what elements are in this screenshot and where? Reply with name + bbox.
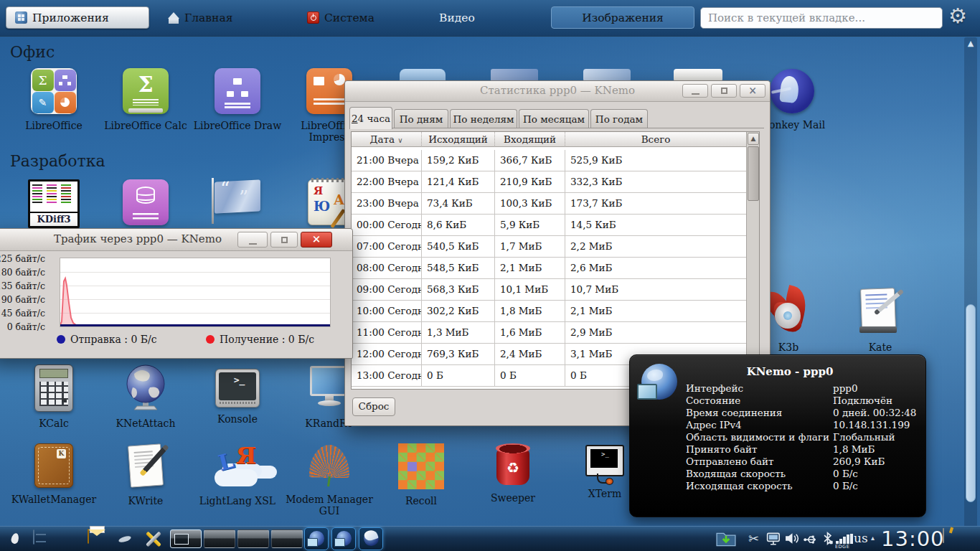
search-input[interactable]: [700, 7, 943, 29]
table-row[interactable]: 22:00 Вчера 121,4 КиБ 210,9 КиБ 332,3 Ки…: [352, 171, 746, 193]
desktop-icon-knetattach[interactable]: KNetAttach: [100, 363, 192, 429]
desktop-icon-kwalletmanager[interactable]: K KWalletManager: [8, 443, 100, 505]
network-tray-icon[interactable]: [766, 532, 782, 549]
table-scrollbar-thumb[interactable]: [748, 146, 759, 201]
tab-years[interactable]: По годам: [590, 109, 648, 128]
reset-button[interactable]: Сброс: [352, 397, 395, 416]
desktop-icon-kate[interactable]: Kate: [834, 287, 926, 353]
panel-tab-video[interactable]: Видео: [430, 6, 484, 29]
panel-tab-images[interactable]: Изображения: [551, 6, 694, 29]
desktop-icon-modem-manager[interactable]: Modem Manager GUI: [283, 443, 375, 517]
pie-glyph: [60, 98, 70, 107]
panel-tab-home[interactable]: Главная: [159, 6, 241, 29]
task-button-knemo-traffic[interactable]: [304, 527, 329, 550]
desktop-scrollbar[interactable]: ▲ ▼: [964, 37, 977, 544]
clock[interactable]: 13:00: [881, 527, 945, 551]
panel-tab-label: Видео: [439, 11, 475, 24]
maximize-button[interactable]: [711, 84, 737, 98]
tray-expand-icon[interactable]: ▴: [871, 534, 875, 542]
desktop-icon-libreoffice[interactable]: Σ ✎ LibreOffice: [8, 68, 100, 131]
table-row[interactable]: 10:00 Сегодня 302,2 КиБ 1,8 МиБ 2,1 МиБ: [352, 301, 746, 322]
desktop-icon-libreoffice-calc[interactable]: Σ LibreOffice Calc: [100, 68, 192, 131]
lightlang-icon: L Я: [212, 442, 263, 489]
mouse-glyph: [606, 478, 613, 485]
lines-glyph: [133, 213, 159, 220]
desktop-icon-kdiff3[interactable]: KDiff3: [8, 179, 100, 231]
icon-label: KNetAttach: [100, 418, 192, 429]
cabinet-icon: [33, 529, 34, 545]
maximize-button[interactable]: [270, 232, 298, 248]
table-row[interactable]: 11:00 Сегодня 1,3 МиБ 1,6 МиБ 2,9 МиБ: [352, 322, 746, 344]
desktop-icon-kcalc[interactable]: KCalc: [8, 364, 100, 429]
desktop-icon-recoll[interactable]: Recoll: [375, 443, 467, 507]
panel-tab-applications[interactable]: Приложения: [6, 6, 149, 29]
terminal-screen: >_: [219, 372, 256, 400]
desktop-icon-konsole[interactable]: >_ Konsole: [192, 369, 283, 425]
signal-strength-icon[interactable]: [836, 534, 853, 544]
klipper-tray-icon[interactable]: ✂: [748, 531, 759, 546]
pager-desktop-3[interactable]: [237, 529, 269, 548]
file-manager-icon[interactable]: [33, 530, 34, 544]
cell-total: 173,7 КиБ: [565, 193, 746, 214]
table-row[interactable]: 23:00 Вчера 73,4 КиБ 100,3 КиБ 173,7 КиБ: [352, 193, 746, 215]
gear-icon[interactable]: ⚙: [948, 4, 967, 28]
desktop-icon-lightlang[interactable]: L Я LightLang XSL: [192, 442, 283, 507]
desktop-icon-flag-app[interactable]: “ ”: [192, 178, 283, 228]
volume-tray-icon[interactable]: [785, 532, 800, 547]
tooltip-title: KNemo - ppp0: [700, 365, 880, 378]
column-header-outgoing[interactable]: Исходящий: [422, 132, 495, 147]
column-header-incoming[interactable]: Входящий: [495, 132, 565, 147]
desktop-scrollbar-thumb[interactable]: [966, 304, 976, 502]
stats-titlebar[interactable]: Статистика ppp0 — KNemo ×: [345, 81, 770, 102]
scroll-up-icon[interactable]: ▲: [964, 39, 977, 48]
table-row[interactable]: 07:00 Сегодня 540,5 КиБ 1,7 МиБ 2,2 МиБ: [352, 236, 746, 258]
tab-months[interactable]: По месяцам: [519, 109, 589, 128]
monkey-mail-icon: [770, 69, 814, 113]
usb-tray-icon[interactable]: [803, 531, 819, 549]
minimize-button[interactable]: [237, 232, 268, 248]
tooltip-row: Область видимости и флагиГлобальный: [686, 431, 920, 443]
tooltip-label: Отправлено байт: [686, 456, 773, 467]
table-scrollbar[interactable]: ▲ ▼: [746, 132, 759, 389]
task-button-bird-app[interactable]: [359, 527, 383, 550]
sigma-glyph: Σ: [123, 72, 169, 97]
wallet-badge: K: [57, 449, 66, 458]
pager-desktop-2[interactable]: [204, 529, 235, 548]
traffic-titlebar[interactable]: Трафик через ppp0 — KNemo ×: [0, 229, 352, 251]
table-row[interactable]: 09:00 Сегодня 568,3 КиБ 10,1 МиБ 10,7 Ми…: [352, 279, 746, 301]
desktop-icon-libreoffice-draw[interactable]: LibreOffice Draw: [192, 68, 283, 131]
tab-days[interactable]: По дням: [394, 109, 448, 128]
book-base: [859, 326, 897, 333]
column-header-total[interactable]: Всего: [565, 132, 746, 147]
desktop-icon-kwrite[interactable]: KWrite: [100, 442, 192, 507]
column-header-date[interactable]: Дата ∨: [352, 132, 422, 147]
y-axis-label: 0 байт/с: [0, 321, 45, 332]
table-row[interactable]: 08:00 Сегодня 548,5 КиБ 2,1 МиБ 2,6 МиБ: [352, 258, 746, 279]
close-button[interactable]: ×: [301, 232, 332, 248]
kcalc-icon: [34, 364, 73, 412]
section-heading-development: Разработка: [10, 152, 105, 170]
close-button[interactable]: ×: [740, 84, 765, 98]
scroll-up-icon[interactable]: ▲: [748, 133, 759, 145]
desktop-icon-sweeper[interactable]: ♻ Sweeper: [467, 441, 559, 504]
pager-desktop-4[interactable]: [271, 529, 303, 548]
downloads-tray-icon[interactable]: [716, 530, 736, 550]
flower-stem: [327, 476, 331, 486]
bluetooth-tray-icon[interactable]: [821, 531, 834, 549]
mail-icon[interactable]: [88, 529, 89, 543]
tab-24h[interactable]: 24 часа: [349, 107, 392, 129]
tab-weeks[interactable]: По неделям: [450, 109, 517, 128]
desktop-icon-database-app[interactable]: [100, 179, 192, 228]
basket-tray-icon[interactable]: [943, 529, 944, 542]
keyboard-layout-indicator[interactable]: us: [854, 531, 868, 545]
table-row[interactable]: 00:00 Сегодня 8,6 КиБ 5,9 КиБ 14,5 КиБ: [352, 215, 746, 236]
cell-in: 0 Б: [495, 365, 565, 386]
task-button-knemo-stats[interactable]: [331, 527, 356, 550]
pager-desktop-1[interactable]: [170, 529, 202, 548]
cell-out: 0 Б: [422, 365, 495, 386]
minimize-button[interactable]: [682, 84, 708, 98]
icon-label: Kate: [834, 342, 926, 353]
panel-tab-system[interactable]: Система: [298, 6, 383, 29]
table-row[interactable]: 21:00 Вчера 159,2 КиБ 366,7 КиБ 525,9 Ки…: [352, 150, 746, 171]
send-series-baseline: [60, 324, 330, 326]
